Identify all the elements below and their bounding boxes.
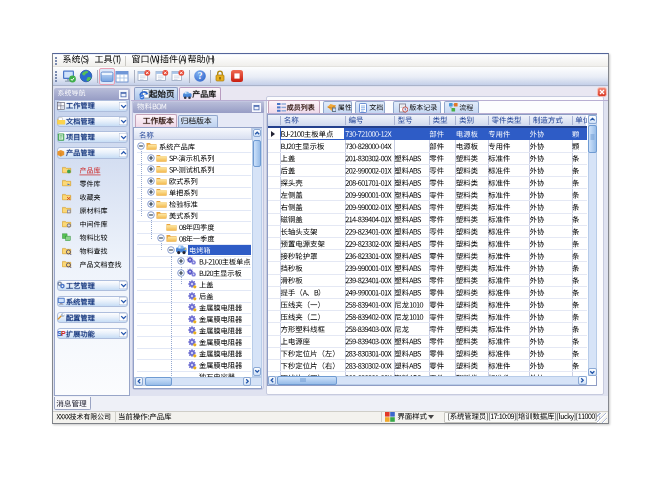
svg-text:?: ? bbox=[197, 71, 202, 81]
svg-text:P: P bbox=[61, 329, 66, 338]
